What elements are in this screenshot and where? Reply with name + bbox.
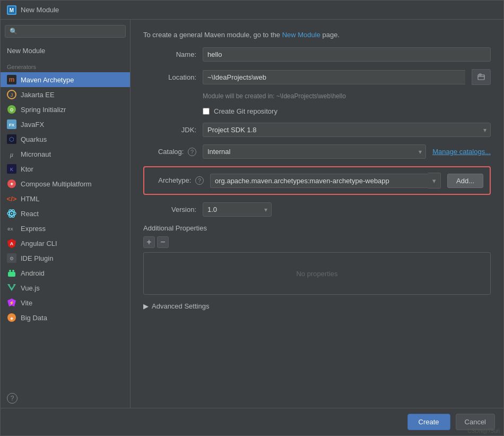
sidebar-item-label: Quarkus: [21, 135, 47, 143]
title-bar: M New Module: [1, 1, 503, 20]
svg-text:FX: FX: [9, 123, 15, 127]
archetype-dropdown-button[interactable]: ▾: [428, 173, 441, 189]
browse-button[interactable]: [472, 69, 491, 85]
remove-property-button[interactable]: −: [157, 236, 169, 248]
sidebar-item-html[interactable]: </> HTML: [1, 191, 130, 206]
sidebar-item-spring[interactable]: ⚙ Spring Initializr: [1, 102, 130, 117]
new-module-nav-item[interactable]: New Module: [1, 44, 130, 57]
svg-point-29: [12, 270, 14, 272]
sidebar-item-maven-archetype[interactable]: m Maven Archetype: [1, 72, 130, 87]
sidebar-item-label: Android: [21, 269, 45, 277]
advanced-label: Advanced Settings: [152, 302, 209, 310]
sidebar-item-compose[interactable]: ✦ Compose Multiplatform: [1, 176, 130, 191]
jakarta-icon: J: [7, 90, 16, 99]
quarkus-icon: ⬡: [7, 134, 16, 144]
sidebar-item-jakarta-ee[interactable]: J Jakarta EE: [1, 87, 130, 102]
micronaut-icon: μ: [7, 149, 16, 159]
sidebar-item-android[interactable]: Android: [1, 266, 130, 280]
sidebar-item-label: Vite: [21, 299, 32, 307]
catalog-row: Catalog: ? Internal Manage catalogs...: [143, 144, 491, 159]
svg-text:A: A: [10, 241, 14, 246]
sidebar-item-vite[interactable]: ⚡ Vite: [1, 295, 130, 310]
sidebar-item-label: HTML: [21, 195, 39, 203]
new-module-link[interactable]: New Module: [282, 31, 320, 39]
sidebar-item-ktor[interactable]: K Ktor: [1, 161, 130, 176]
html-icon: </>: [7, 194, 16, 203]
sidebar-item-label: Maven Archetype: [21, 76, 74, 84]
help-button[interactable]: ?: [7, 393, 18, 404]
sidebar-item-ide-plugin[interactable]: ⚙ IDE Plugin: [1, 251, 130, 266]
git-repo-label[interactable]: Create Git repository: [214, 107, 277, 115]
spring-icon: ⚙: [7, 105, 16, 114]
git-repo-checkbox[interactable]: [203, 108, 210, 115]
svg-point-28: [9, 270, 11, 272]
manage-catalogs-link[interactable]: Manage catalogs...: [432, 148, 491, 156]
name-label: Name:: [143, 50, 196, 58]
sidebar-item-quarkus[interactable]: ⬡ Quarkus: [1, 132, 130, 147]
search-box[interactable]: 🔍: [5, 25, 126, 38]
new-module-dialog: M New Module 🔍 New Module Generators: [0, 0, 504, 436]
jdk-label: JDK:: [143, 126, 196, 134]
svg-text:</>: </>: [7, 195, 16, 203]
svg-text:μ: μ: [10, 151, 13, 158]
sidebar-item-label: Angular CLI: [21, 240, 57, 247]
version-label: Version:: [143, 206, 196, 213]
javafx-icon: FX: [7, 119, 16, 129]
git-repo-row: Create Git repository: [203, 107, 491, 115]
chevron-right-icon: ▶: [143, 302, 149, 310]
archetype-input-group: ▾: [210, 173, 441, 189]
add-archetype-button[interactable]: Add...: [447, 174, 483, 188]
svg-text:ex: ex: [7, 226, 13, 232]
ktor-icon: K: [7, 164, 16, 174]
version-select[interactable]: 1.0: [203, 202, 272, 217]
add-property-button[interactable]: +: [143, 236, 155, 248]
express-icon: ex: [7, 224, 16, 233]
maven-icon: m: [7, 75, 16, 84]
svg-text:⚡: ⚡: [9, 300, 14, 305]
archetype-help-icon[interactable]: ?: [195, 176, 204, 185]
svg-text:⚙: ⚙: [10, 107, 14, 113]
location-row: Location:: [143, 69, 491, 85]
sidebar-item-vue[interactable]: Vue.js: [1, 280, 130, 295]
advanced-settings-toggle[interactable]: ▶ Advanced Settings: [143, 302, 491, 310]
jdk-select[interactable]: Project SDK 1.8: [203, 123, 491, 137]
sidebar-item-label: JavaFX: [21, 121, 44, 129]
search-icon: 🔍: [10, 28, 18, 35]
sidebar-item-micronaut[interactable]: μ Micronaut: [1, 147, 130, 161]
android-icon: [7, 268, 16, 278]
sidebar-item-javafx[interactable]: FX JavaFX: [1, 117, 130, 132]
sidebar-item-label: React: [21, 210, 39, 218]
generators-heading: Generators: [1, 62, 130, 72]
no-properties-text: No properties: [296, 270, 337, 278]
sidebar-item-label: Vue.js: [21, 284, 40, 292]
search-input[interactable]: [21, 28, 121, 35]
svg-text:✦: ✦: [10, 181, 14, 187]
svg-text:J: J: [11, 92, 13, 98]
name-row: Name:: [143, 47, 491, 62]
svg-text:⬡: ⬡: [9, 136, 14, 142]
catalog-help-icon[interactable]: ?: [188, 148, 196, 156]
main-content: 🔍 New Module Generators m Maven Archetyp…: [1, 20, 503, 408]
catalog-select[interactable]: Internal: [203, 144, 426, 159]
new-module-label: New Module: [7, 47, 45, 55]
additional-properties-section: Additional Properties + − No properties: [143, 224, 491, 295]
react-icon: [7, 209, 16, 218]
module-path-hint: Module will be created in: ~\IdeaProject…: [203, 92, 491, 100]
location-input[interactable]: [203, 70, 465, 84]
name-input[interactable]: [203, 47, 491, 62]
sidebar-item-angular[interactable]: A Angular CLI: [1, 236, 130, 251]
jdk-select-wrapper: Project SDK 1.8: [203, 123, 491, 137]
sidebar-item-label: Big Data: [21, 314, 47, 322]
sidebar-item-express[interactable]: ex Express: [1, 221, 130, 236]
archetype-label: Archetype: ?: [151, 176, 204, 185]
sidebar-item-label: Ktor: [21, 165, 33, 173]
version-select-wrapper: 1.0: [203, 202, 272, 217]
create-button[interactable]: Create: [407, 414, 450, 430]
sidebar-item-react[interactable]: React: [1, 206, 130, 221]
archetype-input[interactable]: [210, 174, 428, 188]
sidebar-item-bigdata[interactable]: ◈ Big Data: [1, 310, 130, 325]
jdk-row: JDK: Project SDK 1.8: [143, 123, 491, 137]
sidebar: 🔍 New Module Generators m Maven Archetyp…: [1, 20, 131, 408]
right-panel: To create a general Maven module, go to …: [131, 20, 503, 408]
version-row: Version: 1.0: [143, 202, 491, 217]
